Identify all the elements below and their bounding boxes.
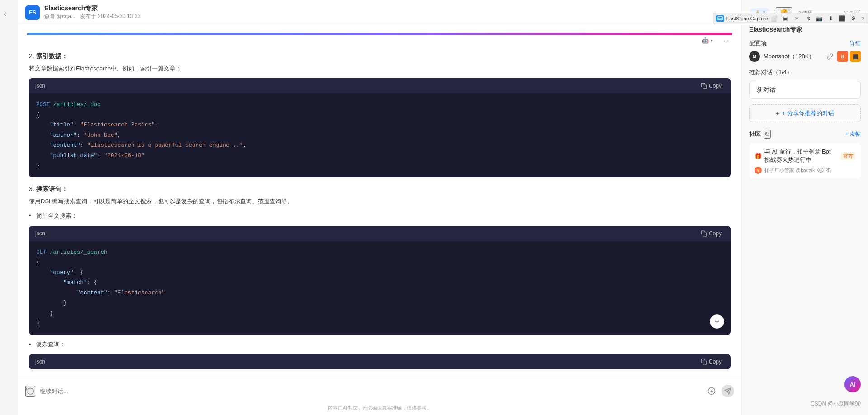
back-arrow-area: ‹ <box>0 0 18 415</box>
post-btn[interactable]: + 发帖 <box>845 131 861 138</box>
author-date: 森哥 @cqa... 发布于 2024-05-30 13:33 <box>44 13 734 20</box>
back-button[interactable]: ‹ <box>4 9 6 19</box>
header-title-area: Elasticsearch专家 森哥 @cqa... 发布于 2024-05-3… <box>44 5 734 20</box>
faststone-title: FastStone Capture <box>726 16 768 21</box>
fs-btn-4[interactable]: ⊕ <box>803 14 813 23</box>
fs-btn-7[interactable]: ⬛ <box>837 14 847 23</box>
config-row: M Moonshot（128K） B ⬛ <box>749 51 861 62</box>
copy-btn-2[interactable]: Copy <box>698 229 724 238</box>
fs-btn-5[interactable]: 📷 <box>815 14 825 23</box>
community-avatar-0: 扣 <box>755 167 762 174</box>
publish-date: 发布于 2024-05-30 13:33 <box>80 13 141 19</box>
fs-btn-6[interactable]: ⬇ <box>826 14 836 23</box>
chevron-down-icon: ▾ <box>711 38 713 43</box>
code-block-2: json Copy GET /articles/_search { "query… <box>29 226 731 335</box>
community-author-0: 扣子厂小管家 @kouzik <box>764 167 815 174</box>
faststone-toolbar[interactable]: FastStone Capture ⬜ ▣ ✂ ⊕ 📷 ⬇ ⬛ ⚙ × <box>713 13 868 24</box>
code-content-2: GET /articles/_search { "query": { "matc… <box>29 241 731 335</box>
message-actions: 🤖 ▾ ··· <box>27 35 732 46</box>
sidebar-bot-name: Elasticsearch专家 <box>749 26 861 34</box>
section-2-desc: 将文章数据索引到Elasticsearch中。例如，索引一篇文章： <box>29 64 731 74</box>
share-icon: + <box>776 110 779 117</box>
robot-action-btn[interactable]: 🤖 ▾ <box>698 35 717 46</box>
author: 森哥 @cqa... <box>44 13 75 19</box>
section-2-number: 2. <box>29 52 34 60</box>
faststone-icon <box>716 15 724 22</box>
copy-label-2: Copy <box>709 230 722 237</box>
community-refresh-btn[interactable]: ↻ <box>764 130 771 139</box>
avatar-text: 扣 <box>756 168 760 173</box>
recommend-section-title: 推荐对话（1/4） <box>749 68 861 76</box>
faststone-close[interactable]: × <box>862 15 865 22</box>
bullet-complex-label: 复杂查询： <box>36 341 66 348</box>
community-header: 社区 ↻ + 发帖 <box>749 130 861 139</box>
refresh-input-btn[interactable] <box>25 386 35 397</box>
app-title: Elasticsearch专家 <box>44 5 734 13</box>
svg-rect-3 <box>703 233 707 236</box>
code-lang-2: json <box>35 230 45 237</box>
code-header-1: json Copy <box>29 78 731 93</box>
code-header-3: json Copy <box>29 354 731 369</box>
copy-btn-3[interactable]: Copy <box>698 358 724 366</box>
svg-rect-2 <box>703 85 707 89</box>
right-sidebar: 👍 1 👎 9 使用 70 对话 Elasticsearch专家 配置项 详细 … <box>741 0 868 415</box>
bullet-simple-search: 简单全文搜索： <box>29 211 731 221</box>
fs-btn-3[interactable]: ✂ <box>792 14 802 23</box>
svg-rect-4 <box>703 361 707 364</box>
scroll-down-button[interactable] <box>710 314 724 329</box>
official-badge: 官方 <box>841 152 855 160</box>
community-item-0-title: 🎁 与 AI 童行，扣子创意 Bot 挑战赛火热进行中 官方 <box>755 148 855 164</box>
fs-btn-8[interactable]: ⚙ <box>849 14 859 23</box>
share-label: + 分享你推荐的对话 <box>782 109 834 117</box>
input-right-icons <box>705 385 734 397</box>
code-block-1: json Copy POST /articles/_doc { "title":… <box>29 78 731 177</box>
orange-icon-btn[interactable]: B <box>837 51 848 62</box>
send-button[interactable] <box>722 385 734 397</box>
copy-label-3: Copy <box>709 359 722 365</box>
chat-messages: 🤖 ▾ ··· 2. 索引数据： 将文章数据索引到Elasticsearch中。… <box>18 25 741 379</box>
fs-btn-2[interactable]: ▣ <box>781 14 791 23</box>
content-section-2: 2. 索引数据： 将文章数据索引到Elasticsearch中。例如，索引一篇文… <box>27 51 732 369</box>
code-header-2: json Copy <box>29 226 731 241</box>
section-2-heading: 索引数据： <box>36 52 68 60</box>
more-icon: ··· <box>724 37 729 44</box>
ai-float-btn[interactable]: Ai <box>844 376 861 392</box>
csdn-watermark: CSDN @小森同学90 <box>811 400 861 408</box>
config-icon-group: B ⬛ <box>825 51 861 62</box>
community-title: 社区 <box>749 130 761 138</box>
robot-icon: 🤖 <box>702 37 709 44</box>
model-name: Moonshot（128K） <box>764 52 821 61</box>
detail-link[interactable]: 详细 <box>850 40 861 47</box>
model-icon: M <box>749 51 760 62</box>
code-block-3-partial: json Copy <box>29 354 731 369</box>
config-section-header: 配置项 详细 <box>749 39 861 47</box>
copy-label-1: Copy <box>709 83 722 89</box>
input-area <box>18 379 741 403</box>
main-content: ES Elasticsearch专家 森哥 @cqa... 发布于 2024-0… <box>18 0 741 415</box>
section-3-title: 3. 搜索语句： <box>29 184 731 194</box>
chat-input-field[interactable] <box>40 388 701 395</box>
code-lang-3: json <box>35 359 45 365</box>
section-3-desc: 使用DSL编写搜索查询，可以是简单的全文搜索，也可以是复杂的查询，包括布尔查询、… <box>29 196 731 206</box>
add-attachment-btn[interactable] <box>705 385 718 397</box>
orange-square-btn[interactable]: ⬛ <box>850 51 861 62</box>
copy-btn-1[interactable]: Copy <box>698 82 724 90</box>
bot-icon: ES <box>25 5 40 20</box>
section-2-title: 2. 索引数据： <box>29 51 731 61</box>
disclaimer-text: 内容由AI生成，无法确保真实准确，仅供参考。 <box>18 403 741 415</box>
share-recommend-btn[interactable]: + + 分享你推荐的对话 <box>749 104 861 122</box>
community-comments-0: 💬 25 <box>817 168 830 173</box>
community-item-0[interactable]: 🎁 与 AI 童行，扣子创意 Bot 挑战赛火热进行中 官方 扣 扣子厂小管家 … <box>749 143 861 178</box>
new-chat-button[interactable]: 新对话 <box>749 81 861 99</box>
config-title-label: 配置项 <box>749 39 767 47</box>
bot-icon-text: ES <box>29 9 36 16</box>
link-icon-btn[interactable] <box>825 51 835 62</box>
chat-header: ES Elasticsearch专家 森哥 @cqa... 发布于 2024-0… <box>18 0 741 25</box>
community-item-0-meta: 扣 扣子厂小管家 @kouzik 💬 25 <box>755 167 855 174</box>
code-lang-1: json <box>35 83 45 89</box>
community-item-0-emoji: 🎁 <box>755 153 762 159</box>
fs-btn-1[interactable]: ⬜ <box>769 14 779 23</box>
more-action-btn[interactable]: ··· <box>720 35 732 46</box>
bullet-simple-label: 简单全文搜索： <box>36 212 77 219</box>
ai-btn-label: Ai <box>850 381 856 388</box>
